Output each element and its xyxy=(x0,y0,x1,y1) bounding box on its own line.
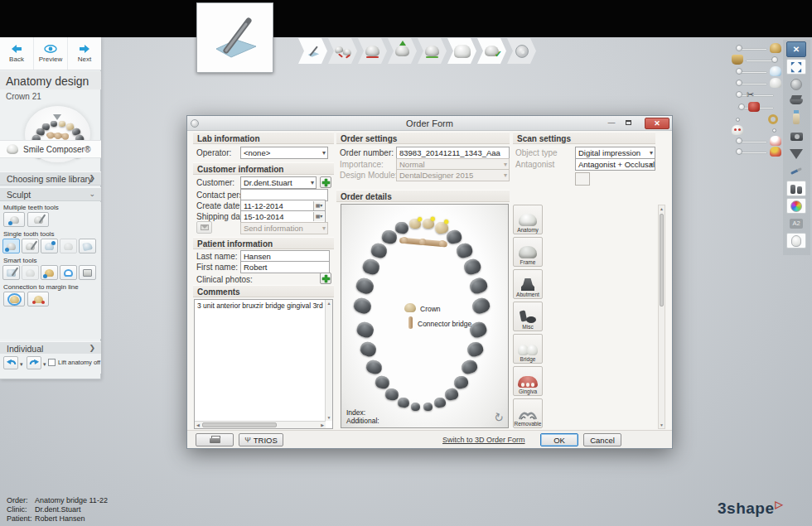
tooth[interactable] xyxy=(468,276,489,296)
switch-3d-order-form-link[interactable]: Switch to 3D Order Form xyxy=(442,436,525,444)
tooth-marked[interactable] xyxy=(409,218,421,229)
close-view-button[interactable]: ✕ xyxy=(786,41,806,57)
connect-margin-red-tool[interactable] xyxy=(27,292,49,306)
maximize-button[interactable] xyxy=(621,118,636,129)
occlusion-visibility-slider[interactable] xyxy=(733,147,781,158)
occlusion-tool[interactable] xyxy=(60,265,77,280)
connect-margin-blue-tool[interactable] xyxy=(3,292,25,306)
screw-tool-button[interactable] xyxy=(786,163,806,179)
customer-select[interactable]: Dr.dent.Stuart▾ xyxy=(240,176,317,189)
workflow-step-finalize[interactable]: ✓ xyxy=(477,38,506,64)
tooth[interactable] xyxy=(452,374,469,390)
abutment-visibility-slider[interactable] xyxy=(732,55,780,66)
materials-button[interactable] xyxy=(786,181,806,196)
tooth[interactable] xyxy=(360,258,380,277)
object-type-select[interactable]: Digital impression▾ xyxy=(575,147,655,159)
comments-hscrollbar[interactable]: ◀ ▶ xyxy=(195,421,326,428)
print-button[interactable] xyxy=(196,433,234,446)
measure-tool[interactable] xyxy=(79,265,96,280)
scroll-up-icon[interactable]: ▲ xyxy=(326,301,332,306)
dialog-titlebar[interactable]: Order Form — ✕ xyxy=(187,116,672,131)
gingiva-visibility-slider[interactable] xyxy=(733,136,781,147)
tooth[interactable] xyxy=(434,397,447,408)
scroll-down-icon[interactable]: ▼ xyxy=(659,422,665,427)
comments-box[interactable]: 3 unit anterior bruxzir bridge gingival … xyxy=(194,299,333,429)
add-customer-button[interactable] xyxy=(320,176,331,188)
back-button[interactable]: Back xyxy=(0,37,34,70)
fit-view-button[interactable] xyxy=(786,59,806,75)
tooth[interactable] xyxy=(471,296,492,316)
active-step-thumbnail[interactable] xyxy=(196,2,273,73)
tooth[interactable] xyxy=(446,229,462,245)
tooth[interactable] xyxy=(381,229,398,245)
order-number-input[interactable] xyxy=(396,147,510,159)
tooth[interactable] xyxy=(444,388,459,401)
preview-button[interactable]: Preview xyxy=(34,37,68,70)
shade-button[interactable]: A2 xyxy=(786,215,806,231)
send-info-button[interactable] xyxy=(196,221,212,234)
clip-plane-button[interactable] xyxy=(786,146,806,162)
comments-vscrollbar[interactable]: ▲ ▼ xyxy=(325,300,332,421)
category-anatomy-button[interactable]: Anatomy xyxy=(513,205,543,234)
category-bridge-button[interactable]: Bridge xyxy=(513,334,543,364)
rotate-view-button[interactable] xyxy=(786,76,806,92)
tooth-marked[interactable] xyxy=(434,221,448,234)
color-button[interactable] xyxy=(786,198,806,214)
category-abutment-button[interactable]: Abutment xyxy=(513,269,543,299)
spray-tool-button[interactable] xyxy=(786,111,806,127)
multiple-morph-tool[interactable] xyxy=(3,212,25,227)
flatten-tool[interactable] xyxy=(79,239,96,253)
tooth[interactable] xyxy=(394,221,408,234)
tooth[interactable] xyxy=(355,276,375,296)
workflow-step-segmentation[interactable] xyxy=(328,38,357,64)
wax-visibility-slider[interactable] xyxy=(733,102,781,113)
operator-select[interactable]: <none>▾ xyxy=(240,147,328,159)
smart-knife-tool[interactable] xyxy=(2,265,20,280)
scroll-left-icon[interactable]: ◀ xyxy=(196,422,200,427)
category-removable-button[interactable]: Removable xyxy=(513,398,543,428)
tooth[interactable] xyxy=(460,358,478,375)
shipping-date-input[interactable]: 15-10-2014▦▾ xyxy=(240,210,326,223)
next-button[interactable]: Next xyxy=(68,37,101,70)
scroll-up-icon[interactable]: ▲ xyxy=(659,206,665,211)
smart-ghost-tool[interactable] xyxy=(22,265,39,280)
cancel-button[interactable]: Cancel xyxy=(583,433,621,446)
model-view-button[interactable] xyxy=(786,94,806,109)
tooth-marked[interactable] xyxy=(423,218,434,229)
contacts-visibility-slider[interactable] xyxy=(732,125,780,137)
close-button[interactable]: ✕ xyxy=(645,118,669,129)
scroll-right-icon[interactable]: ▶ xyxy=(321,422,324,427)
tooth[interactable] xyxy=(423,403,433,411)
workflow-step-frame[interactable] xyxy=(418,38,447,64)
workflow-step-insertion-direction[interactable] xyxy=(388,38,417,64)
category-gingiva-button[interactable]: Gingiva xyxy=(513,366,543,396)
calendar-icon[interactable]: ▦▾ xyxy=(313,201,324,210)
redo-button[interactable] xyxy=(27,356,41,369)
section-choosing-smile-library[interactable]: Choosing smile library ❯ xyxy=(0,171,101,186)
tooth[interactable] xyxy=(411,403,420,411)
single-morph-tool[interactable] xyxy=(2,239,20,253)
smile-composer-row[interactable]: Smile Composer® xyxy=(0,140,101,158)
add-clinical-photo-button[interactable] xyxy=(320,273,331,284)
category-misc-button[interactable]: Misc xyxy=(513,302,543,331)
workflow-step-margin-line[interactable] xyxy=(358,38,387,64)
first-name-input[interactable] xyxy=(240,261,330,273)
tooth[interactable] xyxy=(374,374,390,390)
frame-visibility-slider[interactable] xyxy=(733,78,781,89)
tooth[interactable] xyxy=(365,358,384,375)
category-frame-button[interactable]: Frame xyxy=(513,237,543,267)
trios-button[interactable]: ΨTRIOS xyxy=(239,433,283,446)
antagonist-select[interactable]: Antagonist + Occlusal alignment▾ xyxy=(575,158,655,171)
arch-shape-tool[interactable] xyxy=(27,212,49,227)
workflow-step-produce[interactable] xyxy=(507,38,536,64)
tooth[interactable] xyxy=(462,258,482,277)
vscroll-thumb[interactable] xyxy=(660,214,664,306)
calendar-icon[interactable]: ▦▾ xyxy=(313,212,324,221)
workflow-step-order[interactable] xyxy=(298,38,327,64)
carve-knife-tool[interactable] xyxy=(22,239,39,253)
lift-anatomy-checkbox[interactable] xyxy=(48,359,56,366)
tooth-view-button[interactable] xyxy=(786,233,806,249)
tooth[interactable] xyxy=(359,340,379,358)
minimize-button[interactable]: — xyxy=(604,118,619,129)
wax-add-tool[interactable] xyxy=(41,239,58,253)
